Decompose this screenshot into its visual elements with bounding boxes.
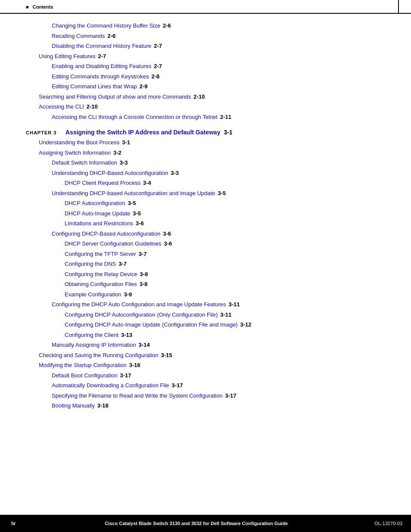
toc-entry: Modifying the Startup Configuration3-16 xyxy=(39,361,385,370)
toc-page-num: 3-17 xyxy=(171,381,183,390)
toc-entry: Checking and Saving the Running Configur… xyxy=(39,351,385,360)
toc-link[interactable]: Automatically Downloading a Configuratio… xyxy=(52,381,169,390)
toc-link[interactable]: Editing Commands through Keystrokes xyxy=(52,72,149,81)
toc-entry: Enabling and Disabling Editing Features2… xyxy=(52,62,385,71)
toc-page-num: 3-7 xyxy=(139,250,147,258)
toc-entry: Changing the Command History Buffer Size… xyxy=(52,22,385,30)
toc-page-num: 2-6 xyxy=(108,32,116,40)
toc-pre-chapter: Changing the Command History Buffer Size… xyxy=(26,22,385,121)
toc-page-num: 3-17 xyxy=(225,392,236,400)
toc-link[interactable]: Default Switch Information xyxy=(52,159,117,167)
toc-page-num: 2-7 xyxy=(154,62,162,71)
toc-link[interactable]: Example Configuration xyxy=(65,290,121,299)
toc-link[interactable]: DHCP Autoconfiguration xyxy=(65,199,125,208)
toc-link[interactable]: Enabling and Disabling Editing Features xyxy=(52,62,151,71)
toc-link[interactable]: Accessing the CLI xyxy=(39,103,84,111)
toc-entry: Accessing the CLI2-10 xyxy=(39,103,385,111)
toc-link[interactable]: Configuring DHCP Auto-Image Update (Conf… xyxy=(65,320,238,329)
toc-page-num: 3-13 xyxy=(121,331,132,339)
toc-entry: Editing Commands through Keystrokes2-8 xyxy=(52,72,385,81)
toc-page-num: 2-7 xyxy=(98,52,106,61)
toc-entry: Assigning Switch Information3-2 xyxy=(39,149,385,157)
toc-link[interactable]: Default Boot Configuration xyxy=(52,371,117,380)
toc-page-num: 3-11 xyxy=(220,311,231,319)
toc-entry: Editing Command Lines that Wrap2-9 xyxy=(52,82,385,91)
toc-entry: Using Editing Features2-7 xyxy=(39,52,385,61)
page-container: ■ Contents Changing the Command History … xyxy=(0,0,411,532)
toc-link[interactable]: DHCP Server Configuration Guidelines xyxy=(65,240,161,248)
toc-entry: Searching and Filtering Output of show a… xyxy=(39,93,385,101)
toc-link[interactable]: DHCP Auto-Image Update xyxy=(65,209,130,218)
toc-link[interactable]: Configuring the DNS xyxy=(65,260,116,268)
toc-entry: Configuring the DNS3-7 xyxy=(65,260,385,268)
toc-link[interactable]: Configuring the DHCP Auto Configuration … xyxy=(52,300,226,309)
toc-page-num: 3-14 xyxy=(139,341,150,349)
toc-page-num: 3-15 xyxy=(161,351,172,360)
toc-page-num: 3-7 xyxy=(118,260,127,268)
toc-link[interactable]: Checking and Saving the Running Configur… xyxy=(39,351,159,360)
toc-entry: Accessing the CLI through a Console Conn… xyxy=(52,113,385,121)
toc-page-num: 2-8 xyxy=(151,72,159,81)
toc-link[interactable]: Understanding DHCP-based Autoconfigurati… xyxy=(52,189,215,198)
toc-entry: Default Switch Information3-3 xyxy=(52,159,385,167)
toc-link[interactable]: Understanding the Boot Process xyxy=(39,138,119,147)
toc-page-num: 3-11 xyxy=(228,300,240,309)
toc-link[interactable]: DHCP Client Request Process xyxy=(65,179,140,187)
toc-link[interactable]: Changing the Command History Buffer Size xyxy=(52,22,160,30)
toc-page-num: 2-9 xyxy=(140,82,148,91)
chapter-label: CHAPTER 3 xyxy=(26,130,60,135)
toc-link[interactable]: Understanding DHCP-Based Autoconfigurati… xyxy=(52,169,168,177)
toc-link[interactable]: Disabling the Command History Feature xyxy=(52,42,151,50)
toc-entry: Specifying the Filename to Read and Writ… xyxy=(52,392,385,400)
header-icon: ■ xyxy=(26,4,29,9)
toc-page-num: 3-16 xyxy=(129,361,140,370)
toc-link[interactable]: Recalling Commands xyxy=(52,32,105,40)
toc-link[interactable]: Accessing the CLI through a Console Conn… xyxy=(52,113,218,121)
toc-page-num: 2-6 xyxy=(163,22,171,30)
toc-link[interactable]: Limitations and Restrictions xyxy=(65,219,133,228)
toc-link[interactable]: Editing Command Lines that Wrap xyxy=(52,82,137,91)
toc-link[interactable]: Manually Assigning IP Information xyxy=(52,341,136,349)
toc-entry: Manually Assigning IP Information3-14 xyxy=(52,341,385,349)
toc-page-num: 3-5 xyxy=(128,199,136,208)
toc-entry: Understanding DHCP-Based Autoconfigurati… xyxy=(52,169,385,177)
toc-entry: Configuring the Client3-13 xyxy=(65,331,385,339)
toc-link[interactable]: Booting Manually xyxy=(52,401,95,410)
toc-link[interactable]: Modifying the Startup Configuration xyxy=(39,361,127,370)
toc-page-num: 3-6 xyxy=(163,230,171,238)
right-border xyxy=(398,0,399,14)
content-area: Changing the Command History Buffer Size… xyxy=(26,22,385,412)
toc-link[interactable]: Searching and Filtering Output of show a… xyxy=(39,93,191,101)
chapter-page-num: 3-1 xyxy=(224,129,232,136)
top-border xyxy=(0,13,411,14)
toc-page-num: 3-5 xyxy=(133,209,141,218)
toc-entry: DHCP Client Request Process3-4 xyxy=(65,179,385,187)
toc-link[interactable]: Configuring DHCP Autoconfiguration (Only… xyxy=(65,311,218,319)
toc-page-num: 3-5 xyxy=(218,189,226,198)
toc-link[interactable]: Configuring the TFTP Server xyxy=(65,250,136,258)
toc-link[interactable]: Obtaining Configuration Files xyxy=(65,280,137,289)
toc-link[interactable]: Specifying the Filename to Read and Writ… xyxy=(52,392,222,400)
toc-page-num: 3-3 xyxy=(120,159,128,167)
toc-chapter: Understanding the Boot Process3-1Assigni… xyxy=(26,138,385,410)
toc-entry: Recalling Commands2-6 xyxy=(52,32,385,40)
toc-page-num: 3-6 xyxy=(164,240,172,248)
chapter-title-link[interactable]: Assigning the Switch IP Address and Defa… xyxy=(65,129,220,136)
toc-page-num: 2-11 xyxy=(220,113,231,121)
toc-entry: DHCP Autoconfiguration3-5 xyxy=(65,199,385,208)
toc-page-num: 3-4 xyxy=(143,179,151,187)
toc-link[interactable]: Assigning Switch Information xyxy=(39,149,111,157)
toc-link[interactable]: Configuring DHCP-Based Autoconfiguration xyxy=(52,230,160,238)
toc-page-num: 3-2 xyxy=(113,149,121,157)
toc-page-num: 2-7 xyxy=(154,42,162,50)
page-header: ■ Contents xyxy=(26,4,53,9)
header-label: Contents xyxy=(33,4,53,9)
toc-page-num: 3-12 xyxy=(240,320,252,329)
toc-page-num: 3-6 xyxy=(136,219,144,228)
toc-link[interactable]: Using Editing Features xyxy=(39,52,96,61)
chapter-heading: CHAPTER 3 Assigning the Switch IP Addres… xyxy=(26,129,385,136)
toc-page-num: 3-1 xyxy=(122,138,130,147)
toc-link[interactable]: Configuring the Client xyxy=(65,331,118,339)
toc-link[interactable]: Configuring the Relay Device xyxy=(65,270,137,279)
toc-entry: DHCP Auto-Image Update3-5 xyxy=(65,209,385,218)
